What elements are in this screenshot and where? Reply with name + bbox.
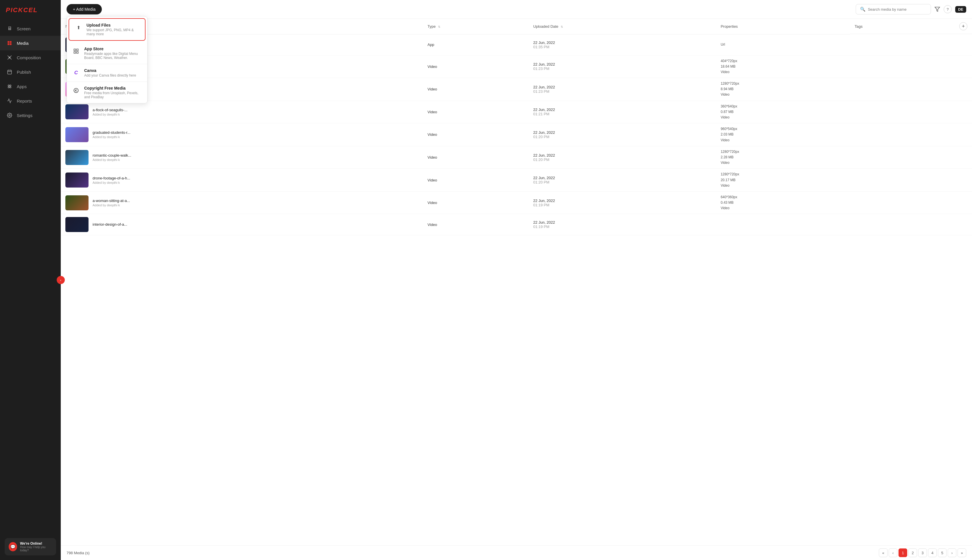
sidebar-item-media[interactable]: Media — [0, 36, 61, 50]
col-tags: Tags + — [850, 19, 972, 34]
media-icon — [7, 40, 13, 46]
chat-title: We're Online! — [20, 542, 52, 545]
pagination-first[interactable]: « — [879, 548, 888, 557]
cell-properties: Url — [716, 34, 850, 55]
main-content: + Add Media ⬆ Upload Files We support JP… — [61, 0, 972, 560]
pagination-page-1[interactable]: 1 — [898, 548, 907, 557]
chat-text: We're Online! How may I help you today? — [20, 542, 52, 552]
cell-date: 22 Jun, 202201:19 PM — [529, 214, 716, 235]
search-box: 🔍 — [856, 4, 931, 15]
dropdown-upload-text: Upload Files We support JPG, PNG, MP4 & … — [87, 23, 140, 36]
col-type[interactable]: Type ⇅ — [423, 19, 529, 34]
dropdown-appstore-text: App Store Readymade apps like Digital Me… — [84, 47, 142, 60]
sidebar-item-label: Composition — [17, 55, 41, 60]
sidebar-item-screen[interactable]: 🖥 Screen — [0, 22, 61, 36]
add-column-button[interactable]: + — [959, 22, 967, 30]
add-media-button[interactable]: + Add Media — [67, 4, 102, 15]
col-uploaded-date[interactable]: Uploaded Date ⇅ — [529, 19, 716, 34]
pagination-next[interactable]: › — [948, 548, 956, 557]
media-name: a-woman-sitting-at-a... — [92, 198, 130, 203]
col-properties: Properties — [716, 19, 850, 34]
media-added-by: Added by deepthi k — [92, 113, 127, 116]
pagination-last[interactable]: » — [957, 548, 966, 557]
sidebar-item-label: Media — [17, 41, 28, 46]
pagination-page-4[interactable]: 4 — [928, 548, 937, 557]
cell-tags — [850, 123, 972, 146]
sidebar-item-reports[interactable]: Reports — [0, 93, 61, 108]
media-added-by: Added by deepthi k — [92, 135, 130, 139]
search-input[interactable] — [868, 7, 927, 12]
media-added-by: Added by deepthi k — [92, 181, 130, 184]
table-row[interactable]: a-woman-sitting-at-a... Added by deepthi… — [61, 191, 972, 214]
cell-properties: 640*360px0.43 MBVideo — [716, 191, 850, 214]
pagination-page-5[interactable]: 5 — [938, 548, 947, 557]
media-thumbnail — [65, 127, 89, 142]
dropdown-item-upload[interactable]: ⬆ Upload Files We support JPG, PNG, MP4 … — [69, 18, 146, 41]
cell-properties: 404*720px18.64 MBVideo — [716, 55, 850, 78]
cell-date: 22 Jun, 202201:20 PM — [529, 146, 716, 169]
table-row[interactable]: drone-footage-of-a-h... Added by deepthi… — [61, 169, 972, 192]
table-row[interactable]: Video 22 Jun, 202201:23 PM 404*720px18.6… — [61, 55, 972, 78]
table-row[interactable]: App 22 Jun, 202201:35 PM Url — [61, 34, 972, 55]
collapse-sidebar-button[interactable]: ‹ — [57, 276, 65, 284]
table-row[interactable]: a-flock-of-seagulls-... Added by deepthi… — [61, 100, 972, 123]
cell-tags — [850, 55, 972, 78]
media-added-by: Added by deepthi k — [92, 158, 131, 162]
sidebar-item-label: Reports — [17, 98, 32, 103]
sidebar-item-settings[interactable]: Settings — [0, 108, 61, 123]
svg-marker-18 — [935, 7, 940, 12]
sidebar-item-apps[interactable]: Apps — [0, 79, 61, 93]
cell-date: 22 Jun, 202201:35 PM — [529, 34, 716, 55]
topbar-left: + Add Media ⬆ Upload Files We support JP… — [67, 4, 102, 15]
sidebar-item-composition[interactable]: Composition — [0, 50, 61, 65]
logo-text: PICKCEL — [6, 7, 38, 13]
chat-subtitle: How may I help you today? — [20, 545, 52, 552]
dropdown-item-appstore[interactable]: App Store Readymade apps like Digital Me… — [67, 42, 147, 64]
cell-type: Video — [423, 55, 529, 78]
user-badge: DE — [955, 6, 966, 13]
chat-avatar: 💬 — [9, 542, 17, 551]
svg-rect-5 — [8, 70, 12, 74]
cell-tags — [850, 214, 972, 235]
table-row[interactable]: interior-design-of-a... Video 22 Jun, 20… — [61, 214, 972, 235]
table-row[interactable]: Video 22 Jun, 202201:23 PM 1280*720px8.9… — [61, 78, 972, 101]
cell-properties: 1280*720px8.94 MBVideo — [716, 78, 850, 101]
dropdown-appstore-title: App Store — [84, 47, 142, 51]
dropdown-item-copyright[interactable]: Copyright Free Media Free media from Uns… — [67, 82, 147, 103]
cell-tags — [850, 78, 972, 101]
dropdown-canva-title: Canva — [84, 68, 136, 73]
cell-properties — [716, 214, 850, 235]
media-added-by: Added by deepthi k — [92, 203, 130, 207]
filter-button[interactable] — [934, 7, 940, 12]
svg-rect-17 — [77, 52, 79, 53]
dropdown-item-canva[interactable]: C Canva Add your Canva files directly he… — [67, 64, 147, 82]
cell-date: 22 Jun, 202201:23 PM — [529, 78, 716, 101]
cell-date: 22 Jun, 202201:21 PM — [529, 100, 716, 123]
sort-type-icon: ⇅ — [438, 25, 440, 28]
media-table-container: Name Type ⇅ Uploaded Date ⇅ Properties T — [61, 19, 972, 545]
pagination-page-2[interactable]: 2 — [908, 548, 917, 557]
cell-properties: 1280*720px20.17 MBVideo — [716, 169, 850, 192]
cell-type: App — [423, 34, 529, 55]
pagination-prev[interactable]: ‹ — [889, 548, 897, 557]
table-row[interactable]: graduated-students-r... Added by deepthi… — [61, 123, 972, 146]
dropdown-upload-title: Upload Files — [87, 23, 140, 27]
pagination-page-3[interactable]: 3 — [918, 548, 927, 557]
sidebar-item-publish[interactable]: Publish — [0, 65, 61, 79]
dropdown-copyright-title: Copyright Free Media — [84, 86, 142, 90]
dropdown-upload-subtitle: We support JPG, PNG, MP4 & many more — [87, 28, 140, 36]
chat-widget[interactable]: 💬 We're Online! How may I help you today… — [5, 538, 56, 555]
search-icon: 🔍 — [860, 7, 865, 12]
cell-date: 22 Jun, 202201:20 PM — [529, 169, 716, 192]
sidebar-item-label: Publish — [17, 70, 31, 75]
sort-date-icon: ⇅ — [560, 25, 563, 28]
table-row[interactable]: romantic-couple-walk... Added by deepthi… — [61, 146, 972, 169]
copyright-icon — [72, 87, 80, 95]
svg-point-13 — [9, 115, 10, 116]
add-media-dropdown: ⬆ Upload Files We support JPG, PNG, MP4 … — [67, 16, 147, 103]
cell-tags — [850, 191, 972, 214]
media-name: a-flock-of-seagulls-... — [92, 108, 127, 112]
help-button[interactable]: ? — [944, 5, 952, 13]
screen-icon: 🖥 — [7, 25, 13, 32]
cell-tags — [850, 34, 972, 55]
